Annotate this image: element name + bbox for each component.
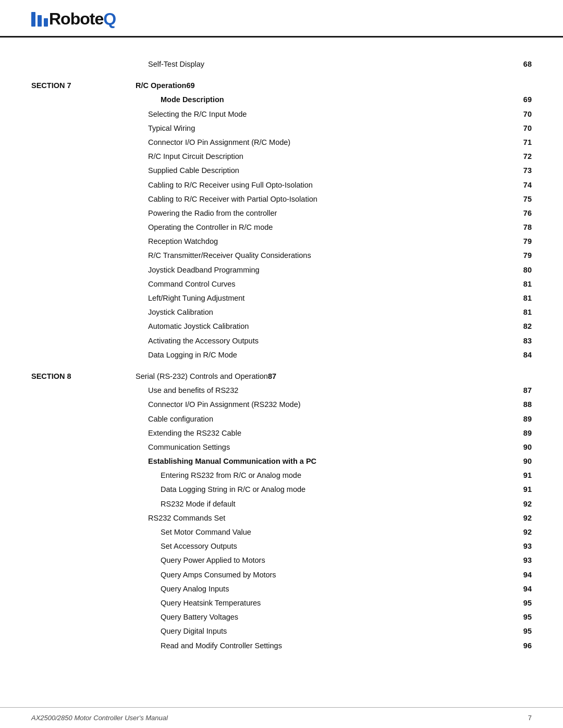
- toc-title: Connector I/O Pin Assignment (RS232 Mode…: [148, 399, 520, 411]
- toc-entry-rs232-mode-default: RS232 Mode if default 92: [31, 498, 532, 510]
- toc-title: Supplied Cable Description: [148, 165, 520, 177]
- footer-page: 7: [528, 714, 532, 722]
- toc-page: 88: [523, 399, 532, 411]
- toc-page: 72: [523, 151, 532, 163]
- toc-page: 94: [523, 583, 532, 595]
- toc-page: 76: [523, 207, 532, 219]
- section-8-label: SECTION 8: [31, 371, 136, 382]
- toc-entry-rc-transmitter-quality: R/C Transmitter/Receiver Quality Conside…: [31, 250, 532, 262]
- logo-bar-3: [44, 18, 48, 27]
- toc-page: 92: [523, 498, 532, 510]
- toc-title: Query Battery Voltages: [161, 611, 520, 623]
- toc-title: Communication Settings: [148, 441, 520, 453]
- toc-title: Cabling to R/C Receiver with Partial Opt…: [148, 193, 520, 205]
- toc-title: RS232 Commands Set: [148, 512, 520, 524]
- toc-title: Query Digital Inputs: [161, 625, 520, 637]
- toc-title: Joystick Calibration: [148, 306, 520, 318]
- toc-entry-set-motor-command: Set Motor Command Value 92: [31, 526, 532, 538]
- toc-title: Query Power Applied to Motors: [161, 554, 520, 566]
- toc-title: Connector I/O Pin Assignment (R/C Mode): [148, 137, 520, 149]
- logo-bars: [31, 12, 48, 27]
- toc-entry-query-amps: Query Amps Consumed by Motors 94: [31, 569, 532, 581]
- toc-page: 75: [523, 193, 532, 205]
- toc-entry-connector-rs232: Connector I/O Pin Assignment (RS232 Mode…: [31, 399, 532, 411]
- toc-entry-data-logging-string: Data Logging String in R/C or Analog mod…: [31, 484, 532, 496]
- toc-entry-self-test: Self-Test Display 68: [31, 58, 532, 70]
- toc-title: R/C Input Circuit Description: [148, 151, 520, 163]
- toc-page: 69: [523, 94, 532, 106]
- toc-title: RS232 Mode if default: [161, 498, 520, 510]
- footer-title: AX2500/2850 Motor Controller User's Manu…: [31, 714, 168, 722]
- toc-page: 70: [523, 108, 532, 120]
- toc-title: Reception Watchdog: [148, 236, 520, 248]
- toc-page: 96: [523, 640, 532, 652]
- toc-title: R/C Transmitter/Receiver Quality Conside…: [148, 250, 520, 262]
- toc-page: 93: [523, 554, 532, 566]
- toc-title: Left/Right Tuning Adjustment: [148, 292, 520, 304]
- toc-page: 81: [523, 292, 532, 304]
- section-7-content: R/C Operation 69: [136, 80, 532, 92]
- toc-entry-set-accessory-outputs: Set Accessory Outputs 93: [31, 540, 532, 552]
- toc-page: 95: [523, 625, 532, 637]
- toc-page: 79: [523, 250, 532, 262]
- toc-title: Query Amps Consumed by Motors: [161, 569, 520, 581]
- toc-title: Automatic Joystick Calibration: [148, 320, 520, 332]
- toc-entry-comm-settings: Communication Settings 90: [31, 441, 532, 453]
- toc-page: 70: [523, 122, 532, 134]
- toc-title: Joystick Deadband Programming: [148, 264, 520, 276]
- section-7-page: 69: [186, 80, 194, 92]
- toc-entry-typical-wiring: Typical Wiring 70: [31, 122, 532, 134]
- toc-entry-entering-rs232: Entering RS232 from R/C or Analog mode 9…: [31, 470, 532, 482]
- toc-title: Set Motor Command Value: [161, 526, 520, 538]
- toc-page: 82: [523, 320, 532, 332]
- toc-entry-query-power-applied: Query Power Applied to Motors 93: [31, 554, 532, 566]
- toc-entry-selecting-rc: Selecting the R/C Input Mode 70: [31, 108, 532, 120]
- toc-page: 83: [523, 335, 532, 347]
- page-header: RoboteQ: [0, 0, 563, 38]
- toc-title: Typical Wiring: [148, 122, 520, 134]
- toc-page: 71: [523, 137, 532, 149]
- toc-entry-activating-accessory: Activating the Accessory Outputs 83: [31, 335, 532, 347]
- toc-entry-query-analog: Query Analog Inputs 94: [31, 583, 532, 595]
- toc-title: Self-Test Display: [148, 58, 520, 70]
- toc-entry-query-heatsink: Query Heatsink Temperatures 95: [31, 597, 532, 609]
- toc-title: Cabling to R/C Receiver using Full Opto-…: [148, 179, 520, 191]
- toc-entry-read-modify-settings: Read and Modify Controller Settings 96: [31, 640, 532, 652]
- toc-title: Cable configuration: [148, 413, 520, 425]
- toc-title: Data Logging in R/C Mode: [148, 349, 520, 361]
- toc-page: 94: [523, 569, 532, 581]
- toc-page: 89: [523, 413, 532, 425]
- toc-title: Query Heatsink Temperatures: [161, 597, 520, 609]
- toc-entry-query-digital: Query Digital Inputs 95: [31, 625, 532, 637]
- toc-entry-left-right-tuning: Left/Right Tuning Adjustment 81: [31, 292, 532, 304]
- section-8-content: Serial (RS-232) Controls and Operation 8…: [136, 371, 532, 382]
- section-7-block: SECTION 7 R/C Operation 69 Mode Descript…: [31, 80, 532, 361]
- logo-text: RoboteQ: [49, 9, 116, 29]
- section-7-title: R/C Operation: [136, 80, 186, 92]
- toc-page: 68: [523, 58, 532, 70]
- toc-block-pre: Self-Test Display 68: [31, 58, 532, 70]
- toc-title: Operating the Controller in R/C mode: [148, 221, 520, 233]
- toc-page: 95: [523, 611, 532, 623]
- toc-entry-rs232-benefits: Use and benefits of RS232 87: [31, 385, 532, 397]
- toc-page: 95: [523, 597, 532, 609]
- logo-bar-2: [38, 15, 42, 27]
- toc-title: Extending the RS232 Cable: [148, 427, 520, 439]
- toc-page: 87: [523, 385, 532, 397]
- toc-entry-auto-joystick-calibration: Automatic Joystick Calibration 82: [31, 320, 532, 332]
- toc-entry-query-battery: Query Battery Voltages 95: [31, 611, 532, 623]
- toc-page: 74: [523, 179, 532, 191]
- toc-page: 93: [523, 540, 532, 552]
- toc-entry-command-control-curves: Command Control Curves 81: [31, 278, 532, 290]
- logo-bar-1: [31, 12, 35, 27]
- toc-title: Use and benefits of RS232: [148, 385, 520, 397]
- toc-title: Selecting the R/C Input Mode: [148, 108, 520, 120]
- toc-entry-data-logging-rc: Data Logging in R/C Mode 84: [31, 349, 532, 361]
- section-8-block: SECTION 8 Serial (RS-232) Controls and O…: [31, 371, 532, 652]
- page-footer: AX2500/2850 Motor Controller User's Manu…: [0, 707, 563, 728]
- toc-page: 92: [523, 526, 532, 538]
- section-7-row: SECTION 7 R/C Operation 69: [31, 80, 532, 92]
- section-8-page: 87: [268, 371, 276, 382]
- toc-title: Entering RS232 from R/C or Analog mode: [161, 470, 520, 482]
- toc-entry-rs232-commands-set: RS232 Commands Set 92: [31, 512, 532, 524]
